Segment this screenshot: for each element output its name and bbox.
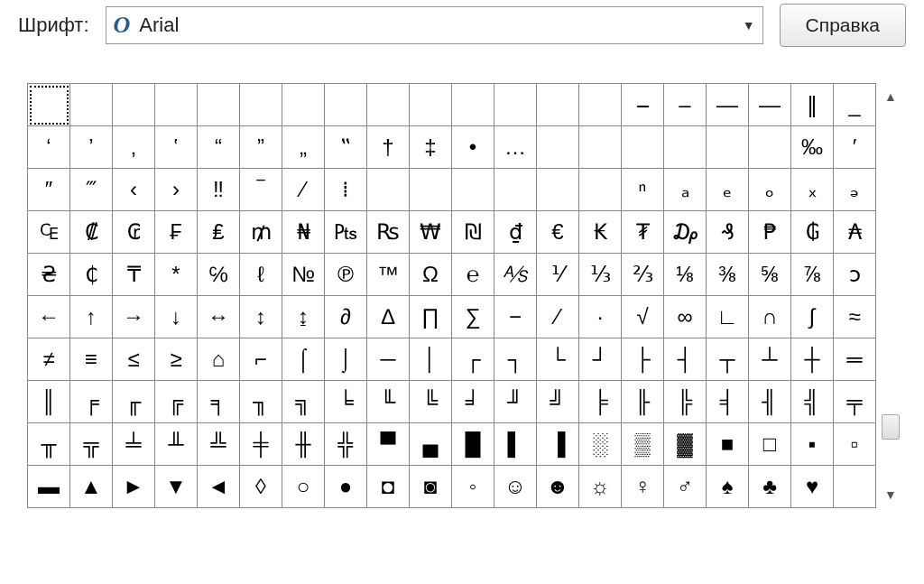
- char-cell[interactable]: ≤: [113, 338, 155, 381]
- char-cell[interactable]: ‴: [70, 169, 113, 211]
- char-cell[interactable]: ╖: [240, 381, 282, 423]
- char-cell[interactable]: ₴: [28, 254, 70, 296]
- char-cell[interactable]: ≡: [70, 338, 113, 381]
- char-cell[interactable]: “: [198, 126, 240, 169]
- char-cell[interactable]: ≥: [155, 338, 198, 381]
- char-cell[interactable]: [622, 126, 664, 169]
- char-cell[interactable]: ◘: [367, 466, 410, 508]
- char-cell[interactable]: ₣: [155, 211, 198, 254]
- char-cell[interactable]: [452, 169, 494, 211]
- char-cell[interactable]: ₪: [452, 211, 494, 254]
- char-cell[interactable]: ┐: [494, 338, 537, 381]
- char-cell[interactable]: ⅞: [791, 254, 834, 296]
- char-cell[interactable]: ╓: [113, 381, 155, 423]
- char-cell[interactable]: ⁿ: [622, 169, 664, 211]
- char-cell[interactable]: _: [834, 84, 876, 126]
- char-cell[interactable]: ║: [28, 381, 70, 423]
- char-cell[interactable]: ‼: [198, 169, 240, 211]
- char-cell[interactable]: ↔: [198, 296, 240, 338]
- char-cell[interactable]: [749, 126, 791, 169]
- char-cell[interactable]: ▪: [791, 423, 834, 466]
- char-cell[interactable]: ◊: [240, 466, 282, 508]
- char-cell[interactable]: [707, 126, 749, 169]
- char-cell[interactable]: ≈: [834, 296, 876, 338]
- char-cell[interactable]: ┤: [664, 338, 707, 381]
- char-cell[interactable]: ▼: [155, 466, 198, 508]
- char-cell[interactable]: ‟: [325, 126, 367, 169]
- char-cell[interactable]: ♥: [791, 466, 834, 508]
- char-cell[interactable]: –: [664, 84, 707, 126]
- char-cell[interactable]: ⅔: [622, 254, 664, 296]
- char-cell[interactable]: ‘: [28, 126, 70, 169]
- char-cell[interactable]: ‒: [622, 84, 664, 126]
- scrollbar[interactable]: ▲ ▼: [880, 83, 901, 508]
- char-cell[interactable]: Ω: [410, 254, 452, 296]
- char-cell[interactable]: ⅟: [537, 254, 579, 296]
- char-cell[interactable]: ∟: [707, 296, 749, 338]
- char-cell[interactable]: ┴: [749, 338, 791, 381]
- char-cell[interactable]: ₰: [707, 211, 749, 254]
- char-cell[interactable]: ╥: [28, 423, 70, 466]
- char-cell[interactable]: ─: [367, 338, 410, 381]
- char-cell[interactable]: ₱: [749, 211, 791, 254]
- char-cell[interactable]: [240, 84, 282, 126]
- char-cell[interactable]: ‡: [410, 126, 452, 169]
- char-cell[interactable]: ⌂: [198, 338, 240, 381]
- char-cell[interactable]: ╧: [113, 423, 155, 466]
- scroll-up-icon[interactable]: ▲: [881, 87, 901, 107]
- char-cell[interactable]: ╙: [367, 381, 410, 423]
- char-cell[interactable]: ℮: [452, 254, 494, 296]
- char-cell[interactable]: □: [749, 423, 791, 466]
- char-cell[interactable]: ♠: [707, 466, 749, 508]
- char-cell[interactable]: ▄: [410, 423, 452, 466]
- char-cell[interactable]: ₫: [494, 211, 537, 254]
- char-cell[interactable]: ⌡: [325, 338, 367, 381]
- char-cell[interactable]: ‰: [791, 126, 834, 169]
- char-cell[interactable]: ╒: [70, 381, 113, 423]
- char-cell[interactable]: ░: [579, 423, 622, 466]
- char-cell[interactable]: ╪: [240, 423, 282, 466]
- char-cell[interactable]: ☺: [494, 466, 537, 508]
- char-cell[interactable]: ⅍: [494, 254, 537, 296]
- char-cell[interactable]: ▫: [834, 423, 876, 466]
- char-cell[interactable]: ₳: [834, 211, 876, 254]
- help-button[interactable]: Справка: [780, 4, 906, 47]
- char-cell[interactable]: —: [707, 84, 749, 126]
- char-cell[interactable]: ♂: [664, 466, 707, 508]
- char-cell[interactable]: [155, 84, 198, 126]
- char-cell[interactable]: ↕: [240, 296, 282, 338]
- char-cell[interactable]: ♀: [622, 466, 664, 508]
- char-cell[interactable]: ℅: [198, 254, 240, 296]
- char-cell[interactable]: ′: [834, 126, 876, 169]
- char-cell[interactable]: [579, 126, 622, 169]
- scroll-thumb[interactable]: [882, 414, 900, 440]
- char-cell[interactable]: ▓: [664, 423, 707, 466]
- char-cell[interactable]: …: [494, 126, 537, 169]
- char-cell[interactable]: ↑: [70, 296, 113, 338]
- char-cell[interactable]: −: [494, 296, 537, 338]
- char-cell[interactable]: ₑ: [707, 169, 749, 211]
- char-cell[interactable]: [664, 126, 707, 169]
- char-cell[interactable]: →: [113, 296, 155, 338]
- char-cell[interactable]: ╠: [664, 381, 707, 423]
- char-cell[interactable]: ▒: [622, 423, 664, 466]
- char-cell[interactable]: ⅝: [749, 254, 791, 296]
- char-cell[interactable]: ₩: [410, 211, 452, 254]
- char-cell[interactable]: ●: [325, 466, 367, 508]
- char-cell[interactable]: ╚: [410, 381, 452, 423]
- char-cell[interactable]: ∙: [579, 296, 622, 338]
- char-cell[interactable]: ◙: [410, 466, 452, 508]
- char-cell[interactable]: ◦: [452, 466, 494, 508]
- char-cell[interactable]: ∫: [791, 296, 834, 338]
- char-cell[interactable]: ‾: [240, 169, 282, 211]
- char-cell[interactable]: [367, 84, 410, 126]
- char-cell[interactable]: ☼: [579, 466, 622, 508]
- char-cell[interactable]: ₵: [70, 254, 113, 296]
- char-cell[interactable]: ┘: [579, 338, 622, 381]
- font-select[interactable]: O Arial ▼: [106, 6, 763, 44]
- char-cell[interactable]: ☻: [537, 466, 579, 508]
- char-cell[interactable]: ∩: [749, 296, 791, 338]
- char-cell[interactable]: ₭: [579, 211, 622, 254]
- char-cell[interactable]: *: [155, 254, 198, 296]
- char-cell[interactable]: ▬: [28, 466, 70, 508]
